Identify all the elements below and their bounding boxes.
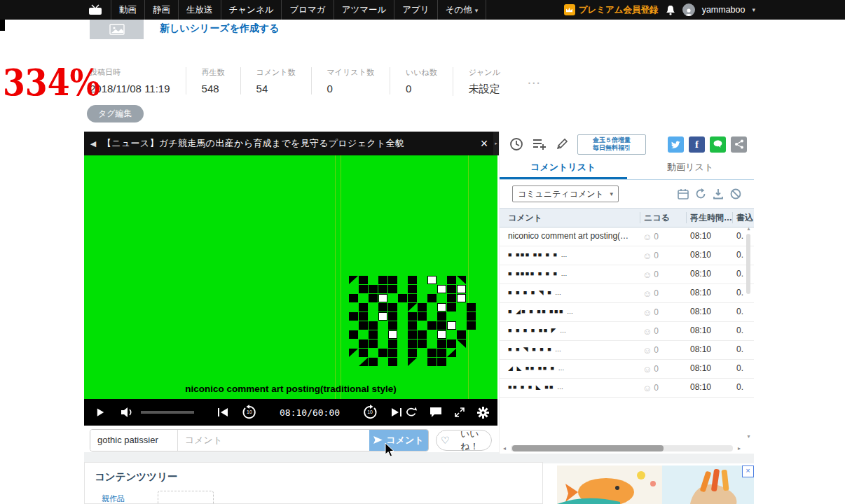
horizontal-scroll-thumb[interactable] xyxy=(512,445,664,451)
user-avatar[interactable] xyxy=(682,4,695,16)
comment-row[interactable]: ◢ ◣ ■■ ■■ ■ … ☺0 08:10 0. xyxy=(500,360,754,379)
promo-banner-link[interactable]: 金玉５倍増量 毎日無料福引 xyxy=(577,134,646,155)
comment-row[interactable]: ■ ◢■ ■ ■■ ■■■ … ☺0 08:10 0. xyxy=(500,303,754,322)
comment-row[interactable]: ■ ■ ■ ■ ◥ ■ … ☺0 08:10 0. xyxy=(500,284,754,303)
screen-artifact xyxy=(0,20,5,31)
series-thumbnail[interactable] xyxy=(90,20,144,39)
horizontal-scroll-track[interactable] xyxy=(511,445,733,451)
forward-10-icon[interactable]: 10 xyxy=(362,405,378,420)
user-menu-caret-icon[interactable]: ▾ xyxy=(752,6,755,13)
rewind-10-icon[interactable]: 10 xyxy=(242,405,257,420)
header-playtime[interactable]: 再生時間… xyxy=(690,209,734,227)
volume-slider[interactable] xyxy=(141,411,194,414)
parent-works-tab[interactable]: 親作品 xyxy=(102,493,125,504)
comment-text: ■ ■ ■ ■ ◥ ■ … xyxy=(508,284,641,302)
facebook-share-icon[interactable]: f xyxy=(689,136,705,153)
horizontal-scrollbar[interactable]: ◂ ▸ xyxy=(500,443,744,454)
calendar-icon[interactable] xyxy=(678,188,689,200)
nicoru-button[interactable]: ☺0 xyxy=(643,341,659,359)
comment-row[interactable]: ■■ ■ ■ ◣ ■■ … ☺0 08:10 0. xyxy=(500,379,754,398)
like-label: いいね！ xyxy=(453,428,487,453)
navbar-right: プレミアム会員登録 yammaboo ▾ xyxy=(564,4,845,16)
nav-item-channel[interactable]: チャンネル xyxy=(221,0,282,20)
nav-item-video[interactable]: 動画 xyxy=(111,0,145,20)
pen-icon[interactable] xyxy=(556,138,568,150)
refresh-icon[interactable] xyxy=(695,188,706,200)
comment-submit-button[interactable]: コメント xyxy=(369,430,428,451)
command-input[interactable] xyxy=(90,430,178,451)
header-comment[interactable]: コメント xyxy=(508,209,542,227)
tab-comment-list[interactable]: コメントリスト xyxy=(500,157,627,179)
ad-close-button[interactable]: × xyxy=(742,465,754,477)
back-icon[interactable]: ◀ xyxy=(84,139,102,148)
like-button[interactable]: ♡ いいね！ xyxy=(436,430,492,451)
stat-value: 54 xyxy=(256,83,296,94)
comment-table-header: コメント ニコる 再生時間… 書込日 xyxy=(500,208,754,227)
content-tree-section: コンテンツツリー 親作品 xyxy=(84,462,543,504)
nav-item-app[interactable]: アプリ xyxy=(394,0,437,20)
nicoru-button[interactable]: ☺0 xyxy=(643,227,659,246)
niconico-logo-icon[interactable] xyxy=(88,4,102,15)
scroll-left-icon[interactable]: ◂ xyxy=(500,445,509,451)
comment-row[interactable]: ■ ■■■■ ■ ■ ■ … ☺0 08:10 0. xyxy=(500,265,754,284)
line-share-icon[interactable] xyxy=(710,136,726,153)
history-clock-icon[interactable] xyxy=(509,137,523,151)
scroll-down-icon[interactable]: ▾ xyxy=(744,433,753,440)
premium-signup-link[interactable]: プレミアム会員登録 xyxy=(564,4,659,16)
more-actions-button[interactable]: … xyxy=(527,67,542,88)
send-icon xyxy=(373,436,383,444)
comment-toggle-icon[interactable] xyxy=(430,407,442,418)
vertical-scrollbar[interactable]: ▴ ▾ xyxy=(744,224,753,441)
comment-row[interactable]: ■ ■■■ ■■ ■ ■ … ☺0 08:10 0. xyxy=(500,246,754,265)
create-series-link[interactable]: 新しいシリーズを作成する xyxy=(160,22,280,35)
skip-to-start-icon[interactable] xyxy=(218,408,228,416)
download-icon[interactable] xyxy=(713,188,724,200)
advertisement[interactable]: × xyxy=(557,465,754,504)
username[interactable]: yammaboo xyxy=(702,5,746,15)
niconico-watch-page: 動画 静画 生放送 チャンネル ブロマガ アツマール アプリ その他▾ プレミア… xyxy=(0,0,845,504)
skip-to-next-icon[interactable] xyxy=(392,408,401,416)
nicoru-button[interactable]: ☺0 xyxy=(643,303,659,321)
vertical-scroll-thumb[interactable] xyxy=(746,234,750,294)
nicoru-button[interactable]: ☺0 xyxy=(643,246,659,265)
comment-table-body: niconico comment art posting(… ☺0 08:10 … xyxy=(500,227,754,398)
video-surface[interactable]: niconico comment art posting(traditional… xyxy=(84,155,497,399)
share-icon[interactable] xyxy=(731,136,747,153)
nav-item-seiga[interactable]: 静画 xyxy=(145,0,179,20)
playlist-add-icon[interactable] xyxy=(533,138,547,150)
nicoru-smiley-icon: ☺ xyxy=(643,342,652,359)
nav-item-blomaga[interactable]: ブロマガ xyxy=(282,0,334,20)
notification-bell-icon[interactable] xyxy=(666,5,675,15)
header-nicoru[interactable]: ニコる xyxy=(644,209,670,227)
scroll-up-icon[interactable]: ▴ xyxy=(744,225,753,232)
nicoru-button[interactable]: ☺0 xyxy=(643,360,659,378)
tag-edit-button[interactable]: タグ編集 xyxy=(87,105,144,122)
comment-input[interactable] xyxy=(178,430,369,451)
comment-row[interactable]: niconico comment art posting(… ☺0 08:10 … xyxy=(500,227,754,246)
nav-item-atsumaru[interactable]: アツマール xyxy=(334,0,395,20)
comment-source-select[interactable]: コミュニティコメント ▾ xyxy=(512,186,619,202)
stat-value: 0 xyxy=(327,83,374,94)
nav-item-live[interactable]: 生放送 xyxy=(179,0,221,20)
play-button-icon[interactable] xyxy=(95,407,106,418)
repeat-icon[interactable] xyxy=(405,407,418,418)
twitter-share-icon[interactable] xyxy=(668,136,684,153)
comment-row[interactable]: ■ ■ ■ ■ ■■ ◤ … ☺0 08:10 0. xyxy=(500,322,754,341)
panel-collapse-handle[interactable]: ▸ xyxy=(493,132,499,155)
comment-text: ■ ■ ■ ■ ■■ ◤ … xyxy=(508,322,641,340)
comment-row[interactable]: ■ ■ ◥ ■ ■ ■ … ☺0 08:10 0. xyxy=(500,341,754,360)
nicoru-button[interactable]: ☺0 xyxy=(643,379,659,397)
fullscreen-icon[interactable] xyxy=(454,407,465,418)
nicoru-button[interactable]: ☺0 xyxy=(643,265,659,284)
nicoru-button[interactable]: ☺0 xyxy=(643,284,659,302)
nav-item-other[interactable]: その他▾ xyxy=(438,0,487,20)
scroll-right-icon[interactable]: ▸ xyxy=(734,445,744,451)
tab-video-list[interactable]: 動画リスト xyxy=(627,157,755,179)
comment-text: ■ ■■■ ■■ ■ ■ … xyxy=(508,246,641,264)
comment-text: ■ ◢■ ■ ■■ ■■■ … xyxy=(508,303,641,321)
settings-gear-icon[interactable] xyxy=(477,407,489,419)
nav-menu: 動画 静画 生放送 チャンネル ブロマガ アツマール アプリ その他▾ xyxy=(111,0,486,20)
nicoru-button[interactable]: ☺0 xyxy=(643,322,659,340)
ng-filter-icon[interactable] xyxy=(730,188,741,200)
volume-icon[interactable] xyxy=(121,407,134,417)
